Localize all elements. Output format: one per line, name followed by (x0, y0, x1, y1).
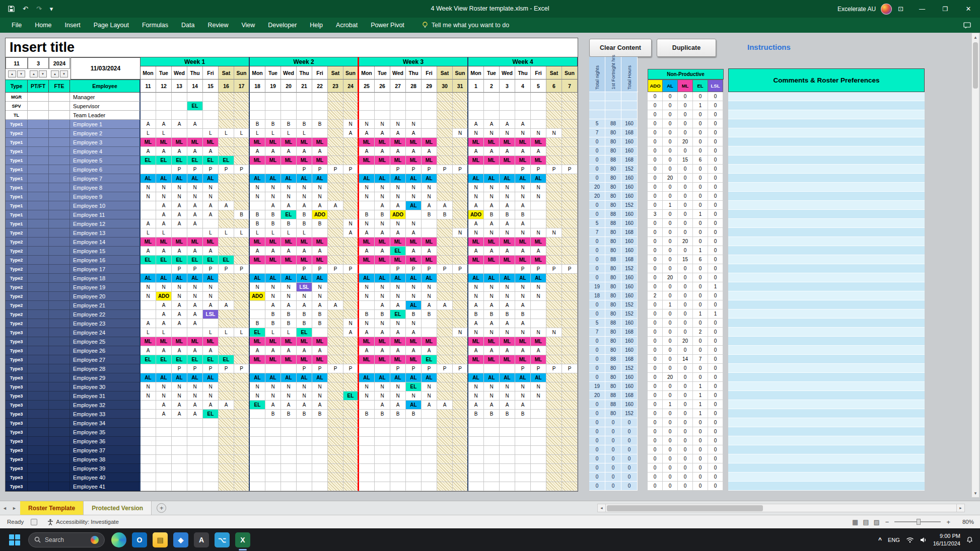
roster-cell[interactable]: N (156, 183, 172, 192)
roster-cell[interactable] (484, 437, 500, 446)
np-cell[interactable]: 0 (648, 391, 663, 400)
roster-cell[interactable]: N (531, 228, 546, 238)
roster-cell[interactable] (219, 111, 234, 120)
roster-cell[interactable] (219, 138, 234, 147)
roster-cell[interactable] (422, 446, 437, 455)
roster-cell[interactable]: P (172, 165, 187, 174)
roster-cell[interactable]: AL (265, 274, 281, 283)
roster-cell[interactable]: ML (500, 238, 515, 247)
np-cell[interactable]: 0 (708, 146, 723, 155)
roster-cell[interactable] (437, 391, 453, 401)
roster-cell[interactable] (219, 373, 234, 382)
type-cell[interactable]: Type3 (6, 482, 28, 491)
roster-cell[interactable]: A (406, 129, 422, 138)
roster-cell[interactable] (562, 437, 578, 446)
roster-cell[interactable]: ML (281, 256, 297, 265)
fte-cell[interactable] (49, 446, 70, 455)
np-cell[interactable]: 0 (663, 337, 678, 346)
roster-cell[interactable]: EL (187, 156, 203, 165)
sheet-nav-left-icon[interactable]: ◄ (0, 506, 10, 511)
roster-cell[interactable] (250, 364, 265, 373)
roster-cell[interactable] (531, 482, 546, 491)
roster-cell[interactable] (343, 238, 359, 247)
fte-cell[interactable] (49, 138, 70, 147)
employee-cell[interactable]: Employee 40 (70, 473, 141, 482)
roster-cell[interactable] (562, 93, 578, 102)
roster-cell[interactable]: ML (281, 238, 297, 247)
roster-cell[interactable]: N (343, 219, 359, 228)
roster-cell[interactable]: A (141, 346, 156, 355)
save-icon[interactable] (8, 6, 15, 12)
start-button[interactable] (7, 532, 22, 547)
roster-cell[interactable]: B (500, 310, 515, 319)
roster-cell[interactable]: N (422, 391, 437, 401)
roster-cell[interactable]: ML (406, 256, 422, 265)
roster-cell[interactable]: ML (265, 156, 281, 165)
np-cell[interactable]: 0 (678, 391, 693, 400)
roster-cell[interactable]: AL (359, 274, 375, 283)
np-cell[interactable]: 0 (678, 192, 693, 201)
account-avatar[interactable] (881, 4, 892, 15)
roster-cell[interactable] (172, 464, 187, 473)
total-cell[interactable]: 160 (621, 219, 638, 228)
roster-cell[interactable]: ML (484, 355, 500, 364)
roster-cell[interactable] (437, 464, 453, 473)
roster-cell[interactable]: EL (156, 355, 172, 364)
employee-cell[interactable]: Team Leader (70, 111, 141, 120)
roster-cell[interactable]: P (531, 265, 546, 274)
type-cell[interactable]: Type3 (6, 410, 28, 419)
type-cell[interactable]: Type2 (6, 265, 28, 274)
roster-cell[interactable] (546, 428, 562, 437)
roster-cell[interactable]: P (453, 364, 468, 373)
roster-cell[interactable]: N (468, 129, 484, 138)
roster-cell[interactable]: P (234, 265, 250, 274)
type-cell[interactable]: Type2 (6, 228, 28, 238)
roster-cell[interactable] (250, 102, 265, 111)
total-cell[interactable]: 88 (605, 400, 621, 409)
roster-cell[interactable] (328, 355, 343, 364)
roster-cell[interactable]: AL (141, 174, 156, 183)
type-cell[interactable]: Type1 (6, 138, 28, 147)
np-cell[interactable]: 0 (663, 445, 678, 454)
total-cell[interactable]: 80 (605, 174, 621, 183)
total-cell[interactable]: 0 (605, 482, 621, 491)
roster-cell[interactable] (141, 364, 156, 373)
roster-cell[interactable]: A (141, 219, 156, 228)
employee-cell[interactable]: Employee 36 (70, 437, 141, 446)
roster-cell[interactable]: N (141, 192, 156, 201)
roster-cell[interactable]: ML (375, 238, 390, 247)
roster-cell[interactable] (359, 93, 375, 102)
roster-cell[interactable]: N (265, 382, 281, 391)
roster-cell[interactable]: A (219, 401, 234, 410)
total-cell[interactable]: 80 (605, 346, 621, 355)
total-cell[interactable]: 168 (621, 328, 638, 337)
roster-cell[interactable]: A (468, 301, 484, 310)
np-cell[interactable]: 0 (648, 309, 663, 319)
roster-cell[interactable] (328, 310, 343, 319)
roster-cell[interactable]: EL (156, 156, 172, 165)
roster-cell[interactable]: N (375, 391, 390, 401)
np-cell[interactable]: 0 (693, 174, 708, 183)
roster-cell[interactable]: N (281, 382, 297, 391)
np-cell[interactable]: 0 (708, 473, 723, 482)
roster-cell[interactable]: N (422, 382, 437, 391)
roster-cell[interactable]: B (484, 410, 500, 419)
ptft-cell[interactable] (28, 120, 49, 129)
roster-cell[interactable] (422, 437, 437, 446)
sheet-nav-right-icon[interactable]: ► (10, 506, 19, 511)
ptft-cell[interactable] (28, 111, 49, 120)
roster-cell[interactable] (234, 274, 250, 283)
roster-cell[interactable]: A (203, 346, 219, 355)
roster-cell[interactable]: N (390, 120, 406, 129)
np-cell[interactable]: 0 (678, 373, 693, 382)
roster-cell[interactable] (546, 192, 562, 201)
tell-me-box[interactable]: Tell me what you want to do (422, 22, 509, 29)
roster-cell[interactable]: N (484, 292, 500, 301)
total-cell[interactable]: 0 (621, 445, 638, 454)
roster-cell[interactable]: N (359, 382, 375, 391)
type-cell[interactable]: Type3 (6, 446, 28, 455)
type-cell[interactable]: Type1 (6, 210, 28, 219)
roster-cell[interactable]: B (312, 319, 328, 328)
roster-cell[interactable] (546, 156, 562, 165)
np-cell[interactable]: 0 (708, 427, 723, 436)
